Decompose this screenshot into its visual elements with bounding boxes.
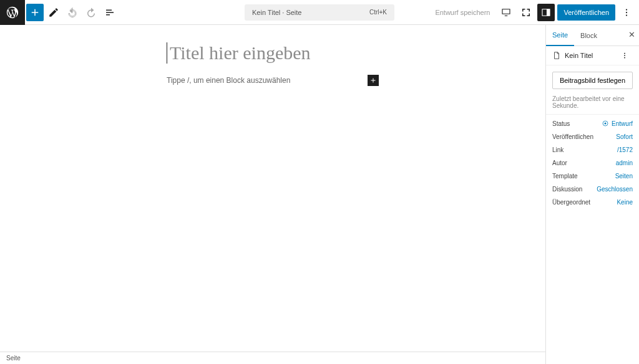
tab-block[interactable]: Block xyxy=(574,25,603,46)
svg-point-3 xyxy=(626,14,627,16)
template-value[interactable]: Seiten xyxy=(615,173,633,180)
block-prompt[interactable]: Tippe /, um einen Block auszuwählen xyxy=(167,76,290,85)
publish-button[interactable]: Veröffentlichen xyxy=(557,4,615,21)
tab-page[interactable]: Seite xyxy=(546,26,574,46)
close-sidebar-button[interactable]: ✕ xyxy=(628,30,635,39)
redo-button[interactable] xyxy=(82,4,100,21)
desktop-icon xyxy=(500,7,512,18)
link-label: Link xyxy=(552,146,563,153)
fullscreen-button[interactable] xyxy=(517,4,535,21)
status-icon xyxy=(602,120,609,127)
add-block-toolbar-button[interactable] xyxy=(26,4,44,21)
status-value[interactable]: Entwurf xyxy=(602,120,633,127)
page-icon xyxy=(552,51,561,60)
editor-area: Titel hier eingeben Tippe /, um einen Bl… xyxy=(0,25,545,364)
toolbar-center: Kein Titel · Seite Ctrl+K xyxy=(245,4,394,21)
svg-rect-0 xyxy=(547,9,550,16)
redo-icon xyxy=(85,7,97,18)
pencil-icon xyxy=(48,7,59,18)
editor-canvas[interactable]: Titel hier eingeben Tippe /, um einen Bl… xyxy=(0,25,545,352)
featured-image-button[interactable]: Beitragsbild festlegen xyxy=(552,72,633,89)
plus-icon xyxy=(29,7,41,18)
svg-point-2 xyxy=(626,11,627,12)
save-draft-button[interactable]: Entwurf speichern xyxy=(430,5,495,20)
document-title: Kein Titel · Seite xyxy=(252,9,302,16)
svg-point-8 xyxy=(605,123,607,125)
document-overview-button[interactable] xyxy=(101,4,119,21)
plus-icon xyxy=(369,77,377,84)
svg-point-5 xyxy=(624,55,625,56)
template-label: Template xyxy=(552,173,578,180)
settings-sidebar: Seite Block ✕ Kein Titel Beitragsbild fe… xyxy=(545,25,639,364)
status-label: Status xyxy=(552,120,570,127)
publish-value[interactable]: Sofort xyxy=(616,133,633,140)
svg-point-1 xyxy=(626,9,627,10)
parent-label: Übergeordnet xyxy=(552,199,590,206)
sidebar-tabs: Seite Block ✕ xyxy=(546,25,639,46)
panel-title: Kein Titel xyxy=(565,52,620,59)
inline-add-block-button[interactable] xyxy=(368,75,379,86)
undo-button[interactable] xyxy=(64,4,81,21)
undo-icon xyxy=(67,7,78,18)
link-value[interactable]: /1572 xyxy=(617,146,633,153)
wordpress-logo[interactable] xyxy=(0,0,25,25)
discussion-label: Diskussion xyxy=(552,186,582,193)
edit-mode-button[interactable] xyxy=(45,4,62,21)
editor-footer: Seite xyxy=(0,352,545,364)
author-value[interactable]: admin xyxy=(616,160,633,166)
sidebar-icon xyxy=(540,7,552,18)
settings-sidebar-button[interactable] xyxy=(537,4,555,21)
view-button[interactable] xyxy=(497,4,515,21)
page-meta: Status Entwurf Veröffentlichen Sofort Li… xyxy=(546,115,639,211)
fullscreen-icon xyxy=(520,7,532,18)
last-edited-text: Zuletzt bearbeitet vor eine Sekunde. xyxy=(546,95,639,115)
post-title-input[interactable]: Titel hier eingeben xyxy=(167,42,379,64)
discussion-value[interactable]: Geschlossen xyxy=(597,186,633,193)
wordpress-icon xyxy=(6,6,19,19)
svg-point-6 xyxy=(624,57,625,59)
toolbar-right: Entwurf speichern Veröffentlichen xyxy=(430,4,635,21)
svg-point-4 xyxy=(624,53,625,54)
more-options-button[interactable] xyxy=(618,4,635,21)
breadcrumb[interactable]: Seite xyxy=(6,355,21,362)
author-label: Autor xyxy=(552,160,567,166)
kebab-icon[interactable] xyxy=(620,51,629,60)
toolbar-left xyxy=(0,0,119,25)
list-icon xyxy=(104,7,115,18)
publish-label: Veröffentlichen xyxy=(552,133,593,140)
document-bar[interactable]: Kein Titel · Seite Ctrl+K xyxy=(245,4,394,21)
parent-value[interactable]: Keine xyxy=(617,199,633,206)
top-toolbar: Kein Titel · Seite Ctrl+K Entwurf speich… xyxy=(0,0,639,25)
panel-header[interactable]: Kein Titel xyxy=(546,46,639,65)
kebab-icon xyxy=(621,7,632,18)
shortcut-hint: Ctrl+K xyxy=(369,9,387,16)
